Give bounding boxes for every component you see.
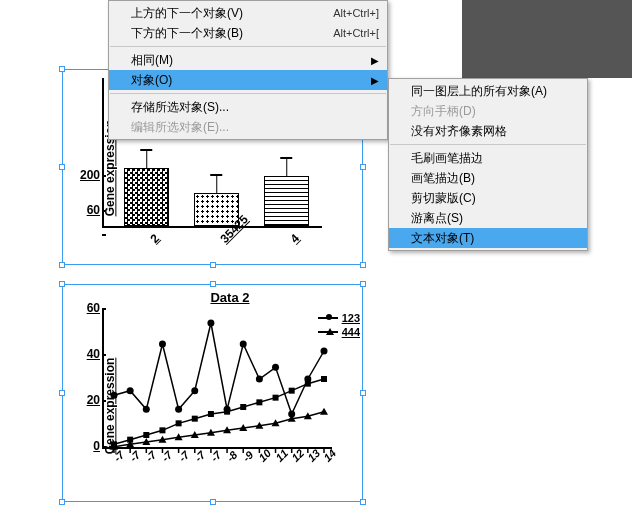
menu-item-label: 上方的下一个对象(V) [131, 5, 243, 22]
svg-point-3 [159, 341, 166, 348]
svg-rect-17 [159, 427, 165, 433]
menu-item[interactable]: 没有对齐像素网格 [389, 121, 587, 141]
submenu-arrow-icon: ▶ [351, 55, 379, 66]
svg-rect-20 [208, 411, 214, 417]
svg-point-9 [256, 376, 263, 383]
svg-point-13 [321, 348, 328, 355]
menu-item[interactable]: 剪切蒙版(C) [389, 188, 587, 208]
menu-item-label: 剪切蒙版(C) [411, 190, 476, 207]
svg-rect-18 [176, 420, 182, 426]
svg-point-8 [240, 341, 247, 348]
svg-rect-27 [321, 376, 327, 382]
context-menu-select[interactable]: 上方的下一个对象(V)Alt+Ctrl+]下方的下一个对象(B)Alt+Ctrl… [108, 0, 388, 140]
menu-item-label: 文本对象(T) [411, 230, 474, 247]
ytick: 40 [74, 347, 100, 361]
menu-item[interactable]: 下方的下一个对象(B)Alt+Ctrl+[ [109, 23, 387, 43]
svg-point-2 [143, 406, 150, 413]
xtick: -7 [160, 449, 175, 464]
svg-point-4 [175, 406, 182, 413]
menu-item-label: 毛刷画笔描边 [411, 150, 483, 167]
menu-item-label: 同一图层上的所有对象(A) [411, 83, 547, 100]
menu-item[interactable]: 画笔描边(B) [389, 168, 587, 188]
line-chart: Data 2 Gene expression 123 444 0 20 40 6… [70, 290, 360, 500]
svg-rect-24 [273, 395, 279, 401]
svg-point-10 [272, 364, 279, 371]
menu-item[interactable]: 游离点(S) [389, 208, 587, 228]
menu-item-label: 编辑所选对象(E)... [131, 119, 229, 136]
menu-item-label: 没有对齐像素网格 [411, 123, 507, 140]
svg-rect-16 [143, 432, 149, 438]
svg-point-0 [111, 392, 118, 399]
menu-item-label: 对象(O) [131, 72, 172, 89]
bar [124, 168, 169, 226]
xtick: 2 [147, 231, 162, 246]
menu-item[interactable]: 文本对象(T) [389, 228, 587, 248]
svg-point-5 [191, 387, 198, 394]
menu-separator [390, 144, 586, 145]
menu-item[interactable]: 同一图层上的所有对象(A) [389, 81, 587, 101]
ytick: 0 [74, 439, 100, 453]
menu-item[interactable]: 存储所选对象(S)... [109, 97, 387, 117]
menu-item[interactable]: 对象(O)▶ [109, 70, 387, 90]
line-plot-area: 0 20 40 60 -7-7-7-7-7-7-7-8-91011121314 [102, 309, 332, 449]
xtick: 4 [287, 231, 302, 246]
menu-item[interactable]: 相同(M)▶ [109, 50, 387, 70]
menu-item: 编辑所选对象(E)... [109, 117, 387, 137]
svg-point-6 [207, 320, 214, 327]
menu-separator [110, 46, 386, 47]
bar [264, 176, 309, 226]
svg-rect-25 [289, 388, 295, 394]
menu-item[interactable]: 毛刷画笔描边 [389, 148, 587, 168]
svg-rect-22 [240, 404, 246, 410]
svg-rect-19 [192, 416, 198, 422]
menu-item: 方向手柄(D) [389, 101, 587, 121]
svg-marker-41 [320, 408, 328, 415]
ytick: 200 [74, 168, 100, 182]
menu-separator [110, 93, 386, 94]
ytick: 60 [74, 301, 100, 315]
menu-item-label: 下方的下一个对象(B) [131, 25, 243, 42]
context-submenu-object[interactable]: 同一图层上的所有对象(A)方向手柄(D)没有对齐像素网格毛刷画笔描边画笔描边(B… [388, 78, 588, 251]
chart-title: Data 2 [100, 290, 360, 305]
menu-item-label: 相同(M) [131, 52, 173, 69]
menu-item[interactable]: 上方的下一个对象(V)Alt+Ctrl+] [109, 3, 387, 23]
svg-rect-26 [305, 381, 311, 387]
menu-item-label: 方向手柄(D) [411, 103, 476, 120]
menu-shortcut: Alt+Ctrl+] [313, 7, 379, 19]
menu-item-label: 游离点(S) [411, 210, 463, 227]
svg-rect-23 [256, 399, 262, 405]
submenu-arrow-icon: ▶ [351, 75, 379, 86]
svg-rect-21 [224, 409, 230, 415]
menu-shortcut: Alt+Ctrl+[ [313, 27, 379, 39]
menu-item-label: 画笔描边(B) [411, 170, 475, 187]
pasteboard [462, 0, 632, 78]
menu-item-label: 存储所选对象(S)... [131, 99, 229, 116]
line-series [104, 309, 332, 447]
ytick: 20 [74, 393, 100, 407]
svg-point-1 [127, 387, 134, 394]
ytick: 60 [74, 203, 100, 217]
